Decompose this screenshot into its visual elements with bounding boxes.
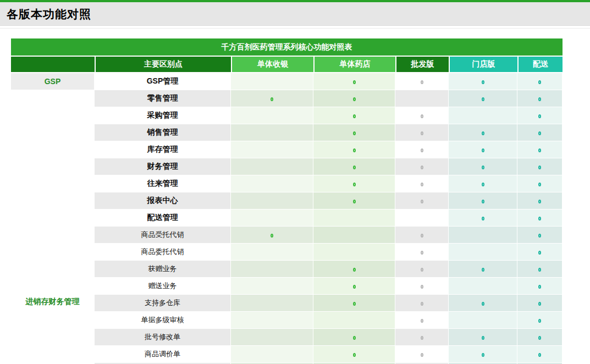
mark-cell: [313, 90, 395, 107]
mark-cell: [517, 346, 563, 363]
presence-mark-icon: [353, 131, 356, 135]
mark-cell: [449, 261, 517, 278]
mark-cell: [231, 175, 313, 192]
category-label: 进销存财务管理: [11, 297, 94, 307]
mark-cell: [517, 278, 563, 295]
presence-mark-icon: [482, 302, 484, 306]
mark-cell: [395, 227, 449, 244]
presence-mark-icon: [538, 268, 541, 272]
mark-cell: [517, 158, 563, 175]
mark-cell: [449, 244, 517, 261]
presence-mark-icon: [421, 268, 423, 272]
table-title: 千方百剂医药管理系列核心功能对照表: [11, 38, 563, 57]
presence-mark-icon: [538, 166, 541, 169]
presence-mark-icon: [421, 302, 423, 306]
category-header-cell: [11, 57, 95, 73]
mark-cell: [231, 73, 313, 90]
mark-cell: [313, 346, 395, 363]
mark-cell: [231, 312, 313, 329]
mark-cell: [395, 73, 449, 90]
feature-cell: 单据多级审核: [95, 312, 231, 329]
table-header-row: 主要区别点 单体收银单体药店批发版门店版配送: [11, 57, 563, 73]
presence-mark-icon: [538, 285, 541, 289]
presence-mark-icon: [421, 285, 423, 289]
mark-cell: [517, 124, 563, 141]
mark-cell: [231, 227, 313, 244]
feature-cell: 商品委托代销: [95, 244, 231, 261]
mark-cell: [395, 346, 449, 363]
mark-cell: [517, 227, 563, 244]
presence-mark-icon: [353, 80, 356, 84]
mark-cell: [449, 295, 517, 312]
comparison-table-container: 千方百剂医药管理系列核心功能对照表 主要区别点 单体收银单体药店批发版门店版配送…: [11, 38, 563, 364]
presence-mark-icon: [421, 166, 423, 169]
presence-mark-icon: [353, 148, 356, 152]
mark-cell: [449, 278, 517, 295]
mark-cell: [517, 295, 563, 312]
feature-cell: 采购管理: [95, 107, 231, 124]
presence-mark-icon: [421, 251, 423, 255]
feature-cell: GSP管理: [95, 73, 231, 90]
table-row: 进销存财务管理零售管理: [11, 90, 563, 107]
mark-cell: [395, 175, 449, 192]
presence-mark-icon: [353, 97, 356, 101]
presence-mark-icon: [482, 148, 484, 152]
mark-cell: [517, 192, 563, 209]
mark-cell: [231, 158, 313, 175]
category-cell-gsp: GSP: [11, 73, 95, 90]
presence-mark-icon: [538, 148, 541, 152]
page-header: 各版本功能对照: [0, 2, 590, 26]
presence-mark-icon: [482, 97, 484, 101]
presence-mark-icon: [421, 336, 423, 340]
presence-mark-icon: [482, 166, 484, 169]
category-cell-inventory-finance: 进销存财务管理: [11, 90, 95, 364]
mark-cell: [313, 329, 395, 346]
mark-cell: [313, 244, 395, 261]
mark-cell: [313, 192, 395, 209]
mark-cell: [395, 141, 449, 158]
mark-cell: [231, 295, 313, 312]
mark-cell: [231, 90, 313, 107]
mark-cell: [231, 329, 313, 346]
presence-mark-icon: [421, 200, 423, 203]
mark-cell: [449, 175, 517, 192]
presence-mark-icon: [482, 268, 484, 272]
presence-mark-icon: [353, 302, 356, 306]
presence-mark-icon: [538, 319, 541, 323]
feature-cell: 零售管理: [95, 90, 231, 107]
presence-mark-icon: [482, 353, 484, 357]
presence-mark-icon: [421, 183, 423, 186]
mark-cell: [395, 261, 449, 278]
feature-cell: 财务管理: [95, 158, 231, 175]
mark-cell: [395, 192, 449, 209]
mark-cell: [517, 90, 563, 107]
presence-mark-icon: [353, 285, 356, 289]
mark-cell: [517, 244, 563, 261]
mark-cell: [313, 124, 395, 141]
presence-mark-icon: [421, 114, 423, 118]
edition-header-0: 单体收银: [231, 57, 313, 73]
mark-cell: [313, 107, 395, 124]
mark-cell: [231, 261, 313, 278]
presence-mark-icon: [482, 336, 484, 340]
presence-mark-icon: [353, 353, 356, 357]
mark-cell: [313, 73, 395, 90]
mark-cell: [517, 261, 563, 278]
mark-cell: [313, 295, 395, 312]
mark-cell: [517, 329, 563, 346]
mark-cell: [313, 141, 395, 158]
feature-cell: 批号修改单: [95, 329, 231, 346]
presence-mark-icon: [271, 97, 273, 101]
feature-cell: 赠送业务: [95, 278, 231, 295]
mark-cell: [449, 141, 517, 158]
mark-cell: [395, 295, 449, 312]
mark-cell: [449, 227, 517, 244]
feature-cell: 配送管理: [95, 209, 231, 227]
mark-cell: [231, 192, 313, 209]
comparison-table: 千方百剂医药管理系列核心功能对照表 主要区别点 单体收银单体药店批发版门店版配送…: [11, 38, 563, 364]
presence-mark-icon: [482, 80, 484, 84]
feature-cell: 库存管理: [95, 141, 231, 158]
page-title: 各版本功能对照: [0, 2, 590, 26]
presence-mark-icon: [538, 336, 541, 340]
mark-cell: [517, 312, 563, 329]
